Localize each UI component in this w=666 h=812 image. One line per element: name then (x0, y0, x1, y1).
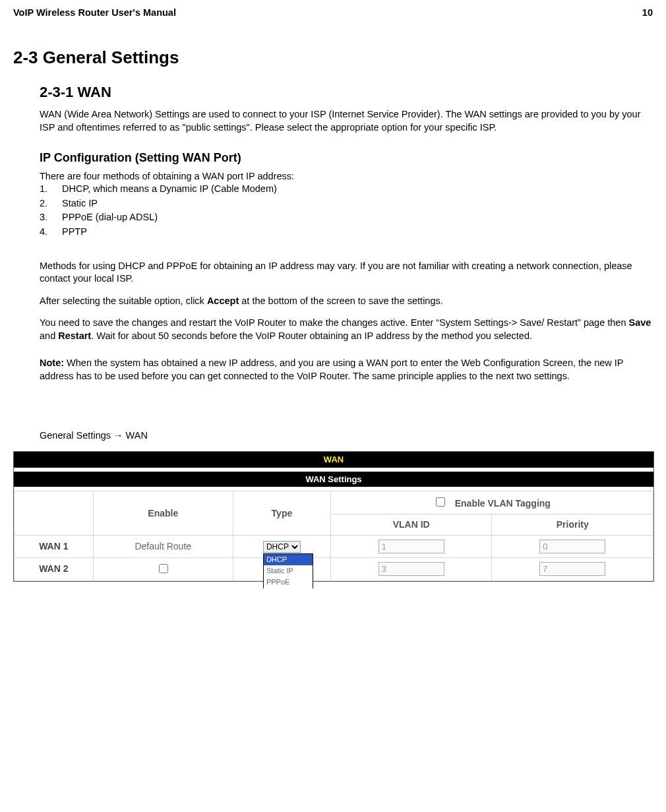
enable-vlan-tagging-checkbox[interactable] (436, 497, 445, 507)
page-number: 10 (642, 7, 653, 20)
list-item: 2.Static IP (40, 197, 653, 212)
wan2-enable-checkbox[interactable] (159, 564, 168, 573)
methods-list: 1.DHCP, which means a Dynamic IP (Cable … (40, 183, 653, 239)
row-type-cell: DHCP DHCP Static IP PPPoE PPTP (233, 535, 330, 557)
heading-2-3: 2-3 General Settings (13, 46, 653, 69)
type-option-pptp[interactable]: PPTP (264, 587, 313, 588)
note-paragraph: Note: When the system has obtained a new… (40, 357, 653, 383)
doc-title: VoIP Wireless Router User's Manual (13, 7, 176, 20)
wan2-priority-input[interactable] (539, 562, 605, 576)
methods-note-paragraph: Methods for using DHCP and PPPoE for obt… (40, 260, 653, 286)
type-option-pppoe[interactable]: PPPoE (264, 577, 313, 588)
save-bold: Save (629, 317, 651, 328)
col-priority: Priority (492, 515, 653, 536)
wan-settings-table: Enable Type Enable VLAN Tagging VLAN ID … (14, 491, 653, 581)
list-item: 3.PPPoE (dial-up ADSL) (40, 211, 653, 226)
heading-ip-configuration: IP Configuration (Setting WAN Port) (40, 150, 653, 166)
row-name: WAN 2 (15, 557, 94, 580)
wan-settings-screenshot: WAN WAN Settings Enable Type Enable VLAN… (13, 451, 654, 582)
wan1-vlan-id-input[interactable] (378, 540, 444, 553)
wan2-vlan-id-input[interactable] (378, 562, 444, 576)
save-restart-paragraph: You need to save the changes and restart… (40, 317, 653, 342)
heading-2-3-1: 2-3-1 WAN (40, 82, 653, 102)
wan-intro-paragraph: WAN (Wide Area Network) Settings are use… (40, 108, 653, 134)
breadcrumb-path: General Settings → WAN (40, 429, 653, 443)
methods-intro: There are four methods of obtaining a WA… (40, 170, 653, 183)
type-dropdown-list[interactable]: DHCP Static IP PPPoE PPTP (263, 553, 313, 588)
col-enable: Enable (93, 491, 233, 536)
list-item: 4.PPTP (40, 226, 653, 240)
accept-bold: Accept (207, 296, 239, 306)
list-item: 1.DHCP, which means a Dynamic IP (Cable … (40, 183, 653, 197)
wan1-type-select[interactable]: DHCP (263, 541, 301, 553)
screenshot-subtitle-bar: WAN Settings (14, 472, 653, 487)
note-label: Note: (40, 358, 64, 368)
type-option-staticip[interactable]: Static IP (264, 565, 313, 577)
wan1-priority-input[interactable] (539, 540, 605, 553)
row-enable (93, 557, 233, 580)
row-name: WAN 1 (15, 535, 94, 557)
restart-bold: Restart (58, 330, 91, 341)
type-option-dhcp[interactable]: DHCP (264, 554, 313, 565)
screenshot-title-bar: WAN (14, 452, 653, 468)
table-row: WAN 2 (15, 557, 653, 580)
col-type: Type (233, 491, 330, 536)
table-row: WAN 1 Default Route DHCP DHCP Static IP … (15, 535, 653, 557)
accept-paragraph: After selecting the suitable option, cli… (40, 295, 653, 308)
col-blank (15, 491, 94, 536)
row-enable: Default Route (93, 535, 233, 557)
col-vlan-id: VLAN ID (330, 515, 492, 536)
col-vlan-group: Enable VLAN Tagging (330, 491, 653, 515)
